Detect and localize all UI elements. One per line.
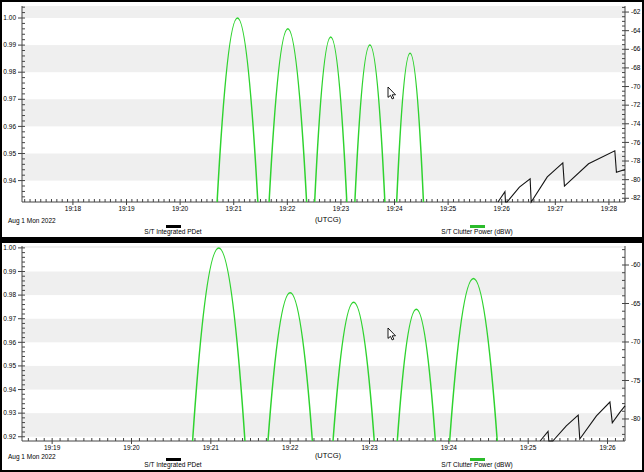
tick-label: 19:24 (441, 444, 458, 451)
tick-label: 0.92 (3, 433, 16, 440)
tick-label: 19:20 (172, 205, 189, 212)
legend-item-clutter-power: S/T Clutter Power (dBW) (407, 225, 547, 236)
tick-label: -74 (631, 120, 641, 127)
tick-label: 0.97 (3, 315, 16, 322)
tick-label: 19:23 (361, 444, 378, 451)
plot-canvas-top: 19:1819:1919:2019:2119:2219:2319:2419:25… (2, 2, 642, 237)
screenshot-root: 19:1819:1919:2019:2119:2219:2319:2419:25… (0, 0, 644, 472)
tick-label: 1.00 (3, 244, 16, 251)
tick-label: 1.00 (3, 14, 16, 21)
tick-label: 0.95 (3, 362, 16, 369)
tick-label: 0.99 (3, 41, 16, 48)
tick-label: -70 (631, 83, 641, 90)
tick-label: 19:24 (386, 205, 403, 212)
tick-label: -70 (631, 338, 641, 345)
tick-label: 19:25 (440, 205, 457, 212)
tick-label: -76 (631, 139, 641, 146)
tick-label: -72 (631, 101, 641, 108)
tick-label: 0.94 (3, 386, 16, 393)
plot-canvas-bottom: 19:1919:2019:2119:2219:2319:2419:2519:26… (2, 243, 642, 470)
legend-label: S/T Integrated PDet (144, 228, 201, 235)
tick-label: -75 (631, 377, 641, 384)
tick-label: 19:20 (123, 444, 140, 451)
legend-label: S/T Integrated PDet (144, 461, 201, 468)
tick-label: 19:18 (65, 205, 82, 212)
date-label: Aug 1 Mon 2022 (8, 453, 56, 460)
tick-label: -80 (631, 176, 641, 183)
tick-label: 19:23 (333, 205, 350, 212)
legend-item-integrated-pdet: S/T Integrated PDet (103, 225, 243, 236)
legend-label: S/T Clutter Power (dBW) (441, 228, 512, 235)
tick-label: 0.98 (3, 68, 16, 75)
x-axis-title: (UTCG) (283, 215, 373, 224)
x-axis-title: (UTCG) (283, 451, 373, 460)
tick-label: 19:27 (547, 205, 564, 212)
tick-label: -65 (631, 300, 641, 307)
legend-item-clutter-power: S/T Clutter Power (dBW) (407, 458, 547, 469)
tick-label: 0.93 (3, 409, 16, 416)
tick-label: -68 (631, 64, 641, 71)
tick-label: 19:21 (203, 444, 220, 451)
mouse-cursor-icon (388, 87, 396, 99)
tick-label: 19:25 (520, 444, 537, 451)
tick-label: 19:19 (118, 205, 135, 212)
tick-label: 19:21 (226, 205, 243, 212)
legend-item-integrated-pdet: S/T Integrated PDet (103, 458, 243, 469)
tick-label: -78 (631, 157, 641, 164)
tick-label: 0.98 (3, 291, 16, 298)
tick-label: -82 (631, 194, 641, 201)
legend-label: S/T Clutter Power (dBW) (441, 461, 512, 468)
tick-label: 0.95 (3, 150, 16, 157)
tick-label: 19:28 (601, 205, 618, 212)
tick-label: 0.99 (3, 268, 16, 275)
tick-label: -80 (631, 415, 641, 422)
tick-label: 19:26 (599, 444, 616, 451)
chart-panel-top: 19:1819:1919:2019:2119:2219:2319:2419:25… (2, 2, 642, 237)
tick-label: 19:22 (279, 205, 296, 212)
date-label: Aug 1 Mon 2022 (8, 217, 56, 224)
tick-label: 0.96 (3, 339, 16, 346)
tick-label: 19:26 (494, 205, 511, 212)
tick-label: 0.94 (3, 177, 16, 184)
chart-panel-bottom: 19:1919:2019:2119:2219:2319:2419:2519:26… (2, 243, 642, 470)
tick-label: -62 (631, 8, 641, 15)
tick-label: 19:22 (282, 444, 299, 451)
tick-label: 0.97 (3, 95, 16, 102)
tick-label: 19:19 (44, 444, 61, 451)
tick-label: -60 (631, 261, 641, 268)
tick-label: 0.96 (3, 123, 16, 130)
tick-label: -66 (631, 45, 641, 52)
tick-label: -64 (631, 27, 641, 34)
